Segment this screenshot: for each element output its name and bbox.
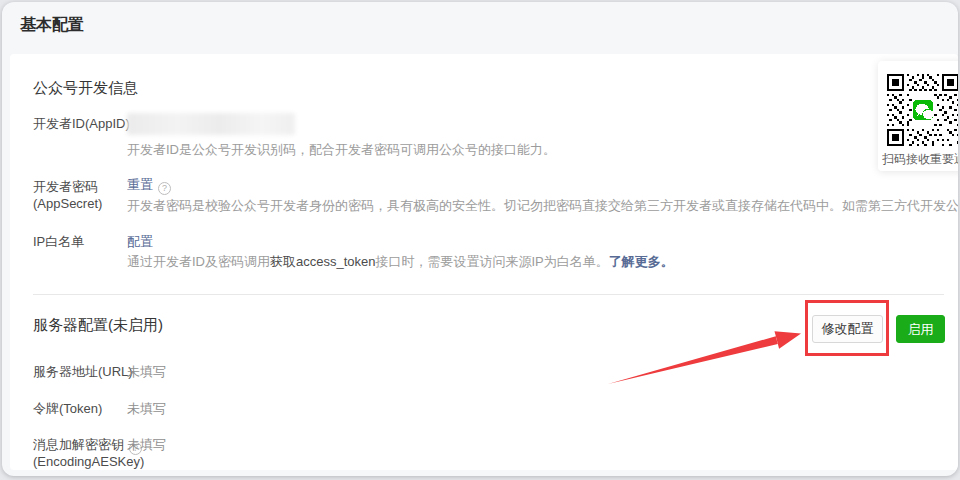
wechat-logo-icon <box>913 100 934 121</box>
appid-description: 开发者ID是公众号开发识别码，配合开发者密码可调用公众号的接口能力。 <box>127 141 556 159</box>
learn-more-link[interactable]: 了解更多。 <box>609 254 674 269</box>
appsecret-label-line2: (AppSecret) <box>33 196 102 211</box>
qr-notification-card: 扫码接收重要通知 <box>878 61 958 171</box>
ip-desc-suffix: 接口时，需要设置访问来源IP为白名单。 <box>376 254 609 269</box>
server-url-label: 服务器地址(URL) <box>33 363 133 381</box>
appsecret-description: 开发者密码是校验公众号开发者身份的密码，具有极高的安全性。切记勿把密码直接交给第… <box>127 197 958 215</box>
ip-whitelist-config-link[interactable]: 配置 <box>127 233 153 251</box>
server-url-value: 未填写 <box>127 363 166 381</box>
token-label: 令牌(Token) <box>33 400 102 418</box>
server-config-heading: 服务器配置(未启用) <box>33 316 163 335</box>
dev-info-heading: 公众号开发信息 <box>33 79 138 98</box>
qr-code <box>887 74 958 146</box>
ip-whitelist-description: 通过开发者ID及密码调用获取access_token接口时，需要设置访问来源IP… <box>127 253 674 271</box>
appid-value-redacted <box>127 113 295 135</box>
basic-config-page: { "page": { "title": "基本配置" }, "dev_sect… <box>0 0 960 480</box>
appsecret-label: 开发者密码 <box>33 178 98 196</box>
appsecret-help-icon[interactable]: ? <box>158 182 171 195</box>
appsecret-actions: 重置? <box>127 175 171 195</box>
content-card: 公众号开发信息 开发者ID(AppID) 开发者ID是公众号开发识别码，配合开发… <box>10 54 958 470</box>
reset-appsecret-link[interactable]: 重置 <box>127 177 153 192</box>
main-container: 基本配置 公众号开发信息 开发者ID(AppID) 开发者ID是公众号开发识别码… <box>2 2 958 476</box>
section-divider <box>33 294 944 295</box>
qr-caption: 扫码接收重要通知 <box>882 151 958 168</box>
token-value: 未填写 <box>127 400 166 418</box>
ip-desc-prefix: 通过开发者ID及密码调用 <box>127 254 270 269</box>
aeskey-value: 未填写 <box>127 436 166 454</box>
enable-button[interactable]: 启用 <box>896 315 945 343</box>
access-token-link[interactable]: 获取access_token <box>270 254 376 269</box>
aeskey-label-line2: (EncodingAESKey) <box>33 454 144 469</box>
aeskey-label: 消息加解密密钥? <box>33 436 142 455</box>
modify-config-button[interactable]: 修改配置 <box>812 315 883 343</box>
appid-label: 开发者ID(AppID) <box>33 115 130 133</box>
ip-whitelist-label: IP白名单 <box>33 233 84 251</box>
aeskey-label-text: 消息加解密密钥 <box>33 437 124 452</box>
page-title: 基本配置 <box>20 15 84 36</box>
